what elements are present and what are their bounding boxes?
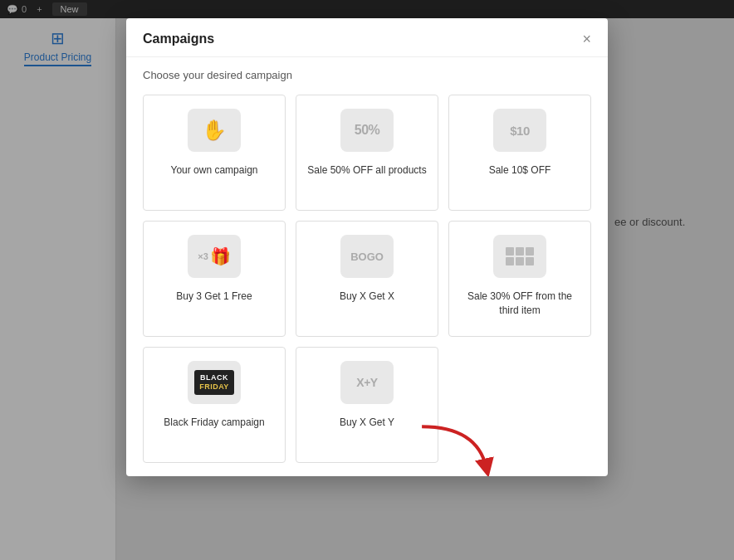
campaigns-grid-row1: ✋ Your own campaign 50% Sale 50% OFF all…: [143, 95, 591, 211]
buyxgety-label: Buy X Get Y: [340, 416, 394, 430]
buy3-label: Buy 3 Get 1 Free: [176, 290, 252, 304]
blackfriday-icon: BLACKFRIDAY: [188, 361, 241, 404]
grid-cell: [516, 257, 524, 265]
grid-icon: [506, 247, 534, 265]
sale50-icon: 50%: [340, 109, 394, 152]
sale10-label: Sale 10$ OFF: [489, 163, 551, 178]
bf-friday-text: FRIDAY: [199, 382, 229, 391]
sale50-label: Sale 50% OFF all products: [307, 163, 426, 178]
campaign-card-blackfriday[interactable]: BLACKFRIDAY Black Friday campaign: [143, 347, 286, 463]
sale30-label: Sale 30% OFF from the third item: [459, 290, 580, 318]
bf-badge: BLACKFRIDAY: [194, 370, 234, 395]
blackfriday-label: Black Friday campaign: [164, 416, 264, 430]
modal-overlay: Campaigns × Choose your desired campaign…: [0, 0, 734, 560]
grid-cell: [506, 247, 514, 256]
own-campaign-icon: ✋: [188, 109, 241, 152]
grid-cell: [516, 247, 524, 256]
campaign-card-buyxgety[interactable]: X+Y Buy X Get Y: [296, 347, 438, 463]
buy3-icon: ×3 🎁: [188, 235, 241, 278]
campaign-card-sale10[interactable]: $10 Sale 10$ OFF: [448, 95, 591, 211]
sale30-icon: [493, 235, 546, 278]
buyxgety-icon: X+Y: [340, 361, 394, 404]
campaign-card-own[interactable]: ✋ Your own campaign: [143, 95, 286, 211]
modal-subtitle: Choose your desired campaign: [126, 57, 608, 88]
campaign-card-buy3[interactable]: ×3 🎁 Buy 3 Get 1 Free: [143, 221, 286, 337]
bogo-icon: BOGO: [340, 235, 394, 278]
modal-header: Campaigns ×: [126, 18, 608, 57]
own-campaign-label: Your own campaign: [171, 163, 258, 178]
campaign-card-bogo[interactable]: BOGO Buy X Get X: [296, 221, 438, 337]
grid-cell: [506, 257, 514, 265]
campaigns-modal: Campaigns × Choose your desired campaign…: [126, 18, 608, 476]
campaign-card-sale50[interactable]: 50% Sale 50% OFF all products: [296, 95, 438, 211]
modal-body: ✋ Your own campaign 50% Sale 50% OFF all…: [126, 88, 608, 476]
campaigns-grid-row3: BLACKFRIDAY Black Friday campaign X+Y Bu…: [143, 347, 591, 463]
campaign-card-sale30[interactable]: Sale 30% OFF from the third item: [448, 221, 591, 337]
grid-cell: [526, 247, 534, 256]
modal-title: Campaigns: [143, 32, 214, 46]
campaigns-grid-row2: ×3 🎁 Buy 3 Get 1 Free BOGO Buy X Get X: [143, 221, 591, 337]
bogo-label: Buy X Get X: [340, 290, 394, 304]
modal-close-button[interactable]: ×: [582, 32, 591, 46]
grid-cell: [526, 257, 534, 265]
sale10-icon: $10: [493, 109, 546, 152]
red-arrow-indicator: [413, 421, 496, 476]
